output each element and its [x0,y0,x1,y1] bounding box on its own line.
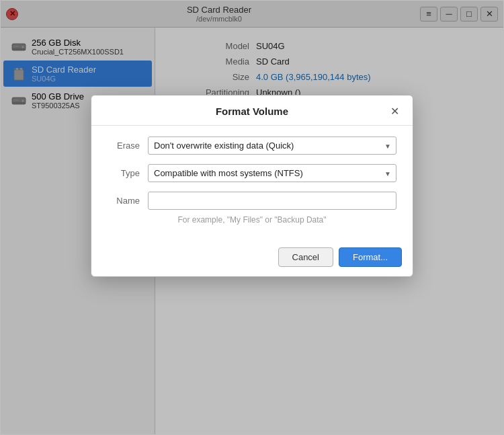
erase-select[interactable]: Don't overwrite existing data (Quick)Ove… [148,136,396,155]
dialog-titlebar: Format Volume ✕ [91,95,413,126]
name-input-wrap [148,192,396,210]
format-button[interactable]: Format... [339,247,402,267]
erase-label: Erase [108,141,148,151]
name-label: Name [108,196,148,206]
dialog-body: Erase Don't overwrite existing data (Qui… [91,126,413,242]
type-row: Type Compatible with most systems (NTFS)… [108,164,396,182]
name-input[interactable] [148,192,396,210]
name-hint: For example, "My Files" or "Backup Data" [108,215,396,225]
main-window: ✕ SD Card Reader /dev/mmcblk0 ≡ ─ □ ✕ [0,0,504,435]
format-dialog: Format Volume ✕ Erase Don't overwrite ex… [91,95,413,277]
type-label: Type [108,168,148,178]
dialog-footer: Cancel Format... [91,242,413,276]
erase-select-wrap: Don't overwrite existing data (Quick)Ove… [148,136,396,155]
dialog-close-button[interactable]: ✕ [387,104,402,118]
erase-row: Erase Don't overwrite existing data (Qui… [108,136,396,155]
dialog-title: Format Volume [117,106,387,117]
type-select[interactable]: Compatible with most systems (NTFS)Compa… [148,164,396,182]
type-select-wrap: Compatible with most systems (NTFS)Compa… [148,164,396,182]
modal-backdrop: Format Volume ✕ Erase Don't overwrite ex… [1,1,503,434]
cancel-button[interactable]: Cancel [278,247,333,267]
name-row: Name [108,192,396,210]
